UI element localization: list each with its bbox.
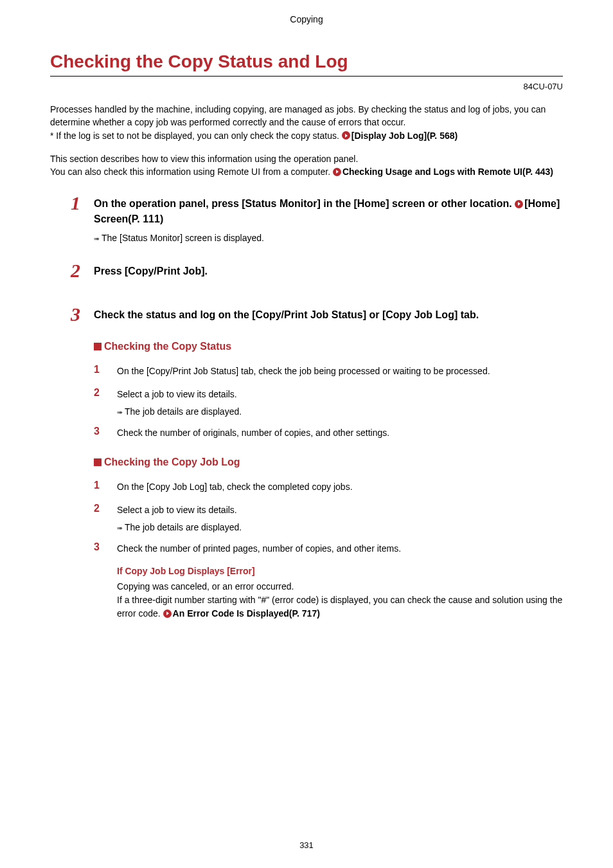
sub1-step-3: 3 Check the number of originals, number … (94, 426, 563, 440)
step-1-text: On the operation panel, press [Status Mo… (94, 194, 563, 226)
play-icon (333, 168, 341, 176)
step-number-3: 3 (71, 305, 90, 324)
header-section-name: Copying (50, 13, 563, 24)
play-icon (515, 200, 523, 208)
sub1-step-1: 1 On the [Copy/Print Job Status] tab, ch… (94, 364, 563, 378)
step-2-text: Press [Copy/Print Job]. (94, 261, 208, 278)
page-number: 331 (0, 840, 613, 850)
sub1-step-2-num: 2 (94, 387, 117, 399)
play-icon (342, 131, 350, 140)
sub2-step-2-text: Select a job to view its details. (117, 503, 237, 517)
play-icon (163, 610, 172, 618)
arrow-icon: ➠ (117, 524, 123, 532)
intro1-line1: Processes handled by the machine, includ… (50, 104, 546, 127)
sub2-step-3: 3 Check the number of printed pages, num… (94, 541, 563, 556)
sub-section-copy-status: Checking the Copy Status 1 On the [Copy/… (94, 341, 563, 440)
sub-heading-status: Checking the Copy Status (94, 341, 563, 352)
square-marker-icon (94, 458, 102, 466)
intro-paragraph-2: This section describes how to view this … (50, 152, 563, 179)
sub-heading-log: Checking the Copy Job Log (94, 457, 563, 468)
step-1-result-text: The [Status Monitor] screen is displayed… (102, 233, 264, 243)
sub2-step-2-result: ➠The job details are displayed. (117, 522, 563, 532)
sub1-step-2: 2 Select a job to view its details. (94, 387, 563, 401)
page-title: Checking the Copy Status and Log (50, 51, 563, 77)
arrow-icon: ➠ (117, 408, 123, 417)
step-1-prefix: On the operation panel, press [Status Mo… (94, 198, 515, 209)
intro-paragraph-1: Processes handled by the machine, includ… (50, 103, 563, 142)
intro1-line2-prefix: * If the log is set to not be displayed,… (50, 131, 342, 141)
intro2-line2-prefix: You can also check this information usin… (50, 167, 333, 177)
sub-section-copy-log: Checking the Copy Job Log 1 On the [Copy… (94, 457, 563, 620)
sub-heading-status-text: Checking the Copy Status (104, 341, 231, 352)
arrow-icon: ➠ (94, 235, 100, 243)
step-number-2: 2 (71, 261, 90, 280)
intro2-line1: This section describes how to view this … (50, 154, 358, 164)
sub1-step-2-result: ➠The job details are displayed. (117, 406, 563, 417)
display-job-log-link[interactable]: [Display Job Log](P. 568) (351, 131, 458, 141)
sub1-step-2-result-text: The job details are displayed. (125, 406, 242, 417)
error-heading: If Copy Job Log Displays [Error] (117, 566, 563, 576)
step-1-result: ➠The [Status Monitor] screen is displaye… (94, 233, 563, 243)
sub2-step-2: 2 Select a job to view its details. (94, 503, 563, 517)
step-1: 1 On the operation panel, press [Status … (71, 194, 563, 226)
sub1-step-2-text: Select a job to view its details. (117, 387, 237, 401)
step-number-1: 1 (71, 194, 90, 213)
sub-heading-log-text: Checking the Copy Job Log (104, 457, 240, 467)
sub2-step-3-num: 3 (94, 541, 117, 553)
error-body: Copying was canceled, or an error occurr… (117, 580, 563, 620)
sub1-step-3-num: 3 (94, 426, 117, 437)
sub1-step-3-text: Check the number of originals, number of… (117, 426, 389, 440)
sub2-step-2-result-text: The job details are displayed. (125, 522, 242, 532)
error-line1: Copying was canceled, or an error occurr… (117, 581, 294, 592)
sub2-step-1-num: 1 (94, 480, 117, 491)
square-marker-icon (94, 343, 102, 350)
sub2-step-3-text: Check the number of printed pages, numbe… (117, 541, 401, 556)
remote-ui-link[interactable]: Checking Usage and Logs with Remote UI(P… (342, 167, 553, 177)
sub1-step-1-num: 1 (94, 364, 117, 375)
error-code-link[interactable]: An Error Code Is Displayed(P. 717) (173, 608, 320, 619)
sub2-step-1: 1 On the [Copy Job Log] tab, check the c… (94, 480, 563, 494)
document-code: 84CU-07U (50, 82, 563, 91)
step-3: 3 Check the status and log on the [Copy/… (71, 305, 563, 324)
sub1-step-1-text: On the [Copy/Print Job Status] tab, chec… (117, 364, 490, 378)
sub2-step-2-num: 2 (94, 503, 117, 514)
step-2: 2 Press [Copy/Print Job]. (71, 261, 563, 280)
sub2-step-1-text: On the [Copy Job Log] tab, check the com… (117, 480, 353, 494)
step-3-text: Check the status and log on the [Copy/Pr… (94, 305, 479, 322)
